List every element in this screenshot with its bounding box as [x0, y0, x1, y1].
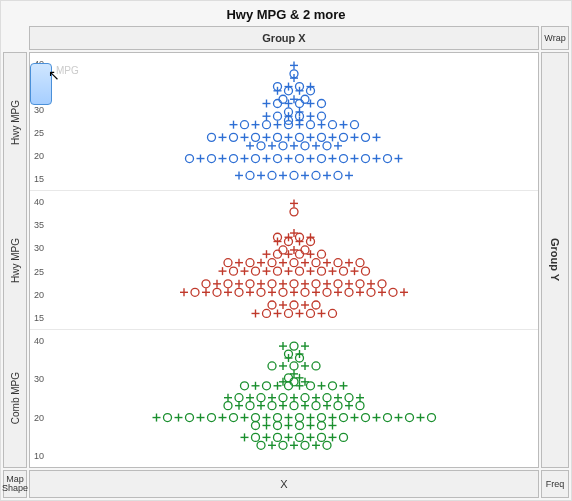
- svg-point-184: [268, 259, 276, 267]
- svg-point-174: [296, 251, 304, 259]
- svg-point-429: [252, 433, 260, 441]
- svg-point-101: [186, 155, 194, 163]
- y-panel-1-label: Hwy MPG: [10, 100, 21, 145]
- svg-point-372: [334, 401, 342, 409]
- wrap-zone[interactable]: Wrap: [541, 26, 569, 50]
- scatter-svg-2: [30, 191, 538, 328]
- svg-point-405: [362, 413, 370, 421]
- svg-point-451: [323, 441, 331, 449]
- svg-point-56: [307, 121, 315, 129]
- svg-point-113: [274, 155, 282, 163]
- y-axis-zone[interactable]: Hwy MPG Hwy MPG Comb MPG: [3, 52, 27, 468]
- svg-point-387: [230, 413, 238, 421]
- group-x-zone[interactable]: Group X: [29, 26, 539, 50]
- plot-area[interactable]: MPG ↖ 40 35 30 25 20 15 40 35 30 25 20 1…: [29, 52, 539, 468]
- svg-point-214: [340, 267, 348, 275]
- svg-point-438: [318, 433, 326, 441]
- svg-point-345: [279, 393, 287, 401]
- svg-point-196: [356, 259, 364, 267]
- svg-point-342: [257, 393, 265, 401]
- svg-point-190: [312, 259, 320, 267]
- svg-point-242: [378, 280, 386, 288]
- svg-point-217: [362, 267, 370, 275]
- scatter-panel-3: 40 30 20 10: [30, 330, 538, 467]
- tick: 25: [34, 267, 52, 277]
- svg-point-272: [389, 289, 397, 297]
- svg-point-418: [274, 421, 282, 429]
- svg-point-142: [312, 171, 320, 179]
- svg-point-441: [340, 433, 348, 441]
- svg-point-254: [257, 289, 265, 297]
- svg-point-251: [235, 289, 243, 297]
- wrap-label: Wrap: [544, 33, 565, 43]
- svg-point-165: [279, 246, 287, 254]
- svg-point-23: [274, 99, 282, 107]
- svg-point-26: [296, 99, 304, 107]
- freq-zone[interactable]: Freq: [541, 470, 569, 498]
- svg-point-308: [290, 362, 298, 370]
- svg-point-17: [279, 95, 287, 103]
- svg-point-325: [263, 381, 271, 389]
- group-y-zone[interactable]: Group Y: [541, 52, 569, 468]
- chart-title: Hwy MPG & 2 more: [1, 1, 571, 26]
- svg-point-136: [268, 171, 276, 179]
- svg-point-381: [186, 413, 194, 421]
- svg-point-375: [356, 401, 364, 409]
- svg-point-89: [257, 142, 265, 150]
- tick: 35: [34, 220, 52, 230]
- svg-point-357: [224, 401, 232, 409]
- svg-point-239: [356, 280, 364, 288]
- scatter-svg-1: [30, 53, 538, 190]
- svg-point-393: [274, 413, 282, 421]
- tick: 15: [34, 313, 52, 323]
- y-panel-2: Hwy MPG: [4, 191, 26, 329]
- svg-point-402: [340, 413, 348, 421]
- map-shape-zone[interactable]: Map Shape: [3, 470, 27, 498]
- svg-point-171: [274, 251, 282, 259]
- svg-point-125: [362, 155, 370, 163]
- svg-point-116: [296, 155, 304, 163]
- svg-point-415: [252, 421, 260, 429]
- svg-point-81: [340, 133, 348, 141]
- axis-drag-handle[interactable]: [30, 63, 52, 105]
- scatter-panel-1: 40 35 30 25 20 15: [30, 53, 538, 191]
- graph-builder: Group X Wrap Hwy MPG Hwy MPG Comb MPG MP…: [1, 26, 571, 500]
- tick: 40: [34, 336, 52, 346]
- svg-point-230: [290, 280, 298, 288]
- map-shape-line2: Shape: [2, 484, 28, 493]
- svg-point-445: [279, 441, 287, 449]
- svg-point-275: [268, 301, 276, 309]
- svg-point-187: [290, 259, 298, 267]
- svg-point-110: [252, 155, 260, 163]
- svg-point-75: [296, 133, 304, 141]
- svg-point-281: [312, 301, 320, 309]
- svg-point-245: [191, 289, 199, 297]
- svg-point-442: [257, 441, 265, 449]
- y-panel-2-label: Hwy MPG: [10, 238, 21, 283]
- svg-point-62: [351, 121, 359, 129]
- svg-point-128: [384, 155, 392, 163]
- yticks-3: 40 30 20 10: [34, 330, 52, 467]
- x-zone[interactable]: X: [29, 470, 539, 498]
- svg-point-104: [208, 155, 216, 163]
- svg-point-322: [241, 381, 249, 389]
- svg-point-284: [263, 310, 271, 318]
- svg-point-59: [329, 121, 337, 129]
- svg-point-296: [290, 342, 298, 350]
- svg-point-293: [329, 310, 337, 318]
- svg-point-177: [318, 251, 326, 259]
- svg-point-199: [230, 267, 238, 275]
- svg-point-363: [268, 401, 276, 409]
- svg-point-227: [268, 280, 276, 288]
- svg-point-257: [279, 289, 287, 297]
- svg-point-41: [318, 112, 326, 120]
- svg-point-378: [164, 413, 172, 421]
- svg-point-72: [274, 133, 282, 141]
- svg-point-290: [307, 310, 315, 318]
- svg-point-233: [312, 280, 320, 288]
- svg-point-35: [274, 112, 282, 120]
- svg-point-193: [334, 259, 342, 267]
- svg-point-208: [296, 267, 304, 275]
- svg-point-47: [241, 121, 249, 129]
- svg-point-211: [318, 267, 326, 275]
